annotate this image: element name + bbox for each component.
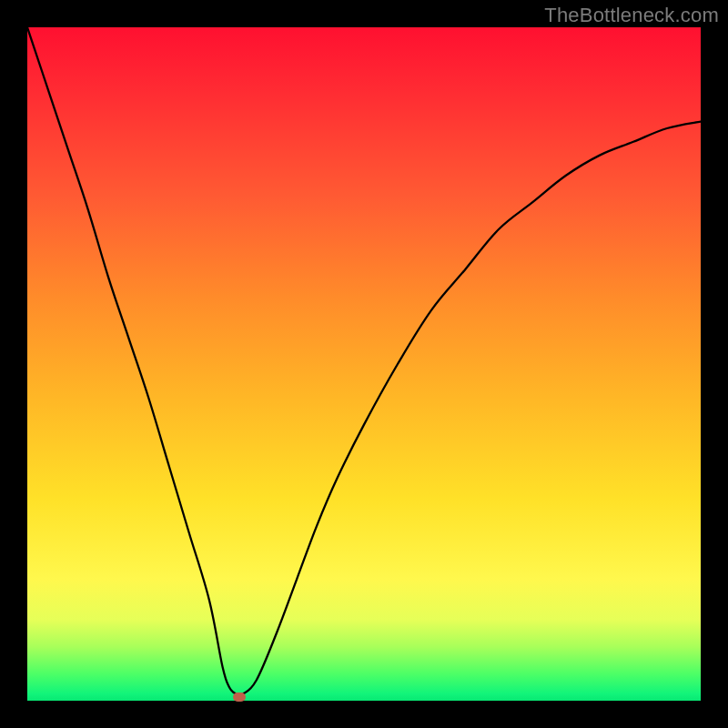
bottleneck-curve (27, 27, 701, 701)
chart-frame: TheBottleneck.com (0, 0, 728, 728)
min-point-marker (233, 693, 246, 702)
attribution-text: TheBottleneck.com (544, 4, 719, 27)
plot-area (27, 27, 701, 701)
